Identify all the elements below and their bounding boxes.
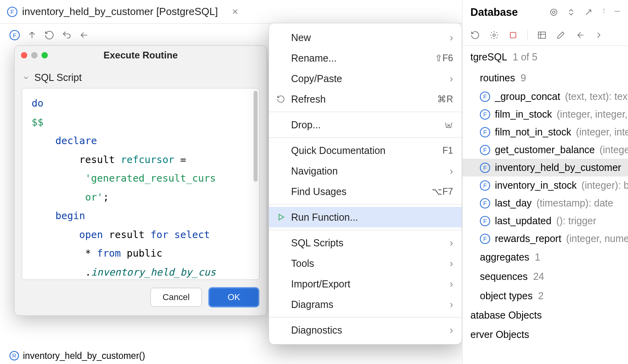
play-icon xyxy=(275,213,286,221)
chevron-down-icon xyxy=(23,74,30,81)
code-content[interactable]: do $$ declare result refcursor = 'genera… xyxy=(29,94,216,274)
database-panel: Database ⋮ — tgreSQL 1 of 5 routines 9 F… xyxy=(462,0,628,364)
routine-item[interactable]: F_group_concat(text, text): text xyxy=(463,88,628,105)
minimize-icon[interactable]: — xyxy=(615,8,620,17)
chevron-right-icon: › xyxy=(450,165,453,177)
separator xyxy=(269,137,462,138)
menu-copy-paste[interactable]: Copy/Paste › xyxy=(269,68,462,89)
chevron-right-icon[interactable] xyxy=(594,30,604,40)
ok-button[interactable]: OK xyxy=(209,288,259,307)
menu-rename[interactable]: Rename... ⇧F6 xyxy=(269,48,462,68)
panel-title: Database xyxy=(470,6,518,19)
context-menu: New › Rename... ⇧F6 Copy/Paste › Refresh… xyxy=(269,23,462,345)
chevron-right-icon: › xyxy=(450,299,453,310)
routine-name: film_in_stock xyxy=(495,109,552,120)
refresh-icon xyxy=(275,95,286,103)
menu-navigation[interactable]: Navigation › xyxy=(269,161,462,181)
chevron-right-icon: › xyxy=(450,278,453,290)
table-icon[interactable] xyxy=(537,30,547,40)
menu-tools[interactable]: Tools › xyxy=(269,253,462,274)
expand-collapse-icon[interactable] xyxy=(566,8,576,17)
dialog-title: Execute Routine xyxy=(15,50,267,61)
routine-item[interactable]: Flast_updated(): trigger xyxy=(463,212,628,230)
chevron-right-icon: › xyxy=(450,325,453,336)
routine-signature: (text, text): text xyxy=(565,91,628,102)
svg-rect-3 xyxy=(510,32,516,38)
menu-diagrams[interactable]: Diagrams › xyxy=(269,294,462,315)
more-icon[interactable]: ⋮ xyxy=(601,8,607,17)
menu-drop[interactable]: Drop... xyxy=(269,114,462,135)
refresh-icon[interactable] xyxy=(470,30,480,40)
group-sequences[interactable]: sequences 24 xyxy=(463,267,628,286)
routine-item[interactable]: Flast_day(timestamp): date xyxy=(463,194,628,212)
routine-name: _group_concat xyxy=(495,91,560,102)
menu-quick-documentation[interactable]: Quick Documentation F1 xyxy=(269,140,462,161)
chevron-right-icon: › xyxy=(450,32,453,43)
dialog-titlebar: Execute Routine xyxy=(15,46,267,65)
jump-icon[interactable] xyxy=(575,30,585,40)
delete-icon xyxy=(444,120,453,129)
routine-name: last_updated xyxy=(495,215,551,227)
gear-icon[interactable] xyxy=(489,30,499,40)
database-panel-header: Database ⋮ — xyxy=(463,0,628,24)
collapse-icon[interactable] xyxy=(584,8,593,17)
section-label: SQL Script xyxy=(34,72,82,83)
chevron-right-icon: › xyxy=(450,237,453,249)
routine-name: inventory_in_stock xyxy=(495,180,577,191)
svg-point-0 xyxy=(551,9,557,15)
routine-item[interactable]: Frewards_report(integer, nume xyxy=(463,230,628,248)
routine-item[interactable]: Fget_customer_balance(intege xyxy=(463,141,628,159)
function-icon: F xyxy=(480,127,490,137)
execute-routine-dialog: Execute Routine SQL Script do $$ declare… xyxy=(14,45,267,316)
group-aggregates[interactable]: aggregates 1 xyxy=(463,248,628,267)
tab-title: inventory_held_by_customer [PostgreSQL] xyxy=(22,6,218,18)
dialog-buttons: Cancel OK xyxy=(15,280,267,315)
cancel-button[interactable]: Cancel xyxy=(150,288,202,307)
scrollbar[interactable] xyxy=(254,91,258,182)
menu-refresh[interactable]: Refresh ⌘R xyxy=(269,89,462,109)
svg-point-2 xyxy=(493,34,495,36)
routine-item[interactable]: Finventory_in_stock(integer): b xyxy=(463,176,628,194)
function-icon: F xyxy=(480,216,490,226)
sql-editor[interactable]: do $$ declare result refcursor = 'genera… xyxy=(22,88,259,280)
function-icon: F xyxy=(480,92,490,102)
group-routines[interactable]: routines 9 xyxy=(463,68,628,88)
menu-diagnostics[interactable]: Diagnostics › xyxy=(269,320,462,340)
menu-find-usages[interactable]: Find Usages ⌥F7 xyxy=(269,181,462,202)
edit-icon[interactable] xyxy=(556,30,566,40)
target-icon[interactable] xyxy=(549,8,558,17)
breadcrumb[interactable]: tgreSQL 1 of 5 xyxy=(463,46,628,68)
status-bar: R inventory_held_by_customer() xyxy=(0,347,269,364)
menu-run-function[interactable]: Run Function... xyxy=(269,207,462,227)
svg-rect-4 xyxy=(538,32,545,38)
routine-item[interactable]: Ffilm_not_in_stock(integer, inte xyxy=(463,123,628,141)
group-server-objects[interactable]: erver Objects xyxy=(463,325,628,344)
function-icon: F xyxy=(480,180,490,191)
menu-new[interactable]: New › xyxy=(269,27,462,48)
function-icon: F xyxy=(480,198,490,208)
routine-item[interactable]: Ffilm_in_stock(integer, integer, xyxy=(463,105,628,123)
routine-name: get_customer_balance xyxy=(495,144,595,156)
section-header[interactable]: SQL Script xyxy=(15,65,267,88)
routine-name: last_day xyxy=(495,197,532,209)
routine-signature: (integer): b xyxy=(581,180,628,191)
chevron-right-icon: › xyxy=(450,73,453,84)
function-icon: F xyxy=(7,7,17,17)
close-icon[interactable]: × xyxy=(232,6,238,18)
separator xyxy=(269,112,462,112)
group-database-objects[interactable]: atabase Objects xyxy=(463,306,628,325)
upload-icon[interactable] xyxy=(27,30,37,40)
routine-signature: (timestamp): date xyxy=(536,197,613,209)
menu-import-export[interactable]: Import/Export › xyxy=(269,274,462,294)
undo-icon[interactable] xyxy=(62,30,72,40)
routine-item[interactable]: Finventory_held_by_customer xyxy=(463,159,628,176)
menu-sql-scripts[interactable]: SQL Scripts › xyxy=(269,233,462,253)
editor-tab[interactable]: F inventory_held_by_customer [PostgreSQL… xyxy=(7,6,238,18)
stop-icon[interactable] xyxy=(508,30,518,40)
back-icon[interactable] xyxy=(79,30,89,40)
database-toolbar xyxy=(463,24,628,46)
routine-signature: (integer, nume xyxy=(566,233,628,244)
refresh-icon[interactable] xyxy=(44,30,55,40)
group-object-types[interactable]: object types 2 xyxy=(463,286,628,306)
function-icon: F xyxy=(480,145,490,155)
